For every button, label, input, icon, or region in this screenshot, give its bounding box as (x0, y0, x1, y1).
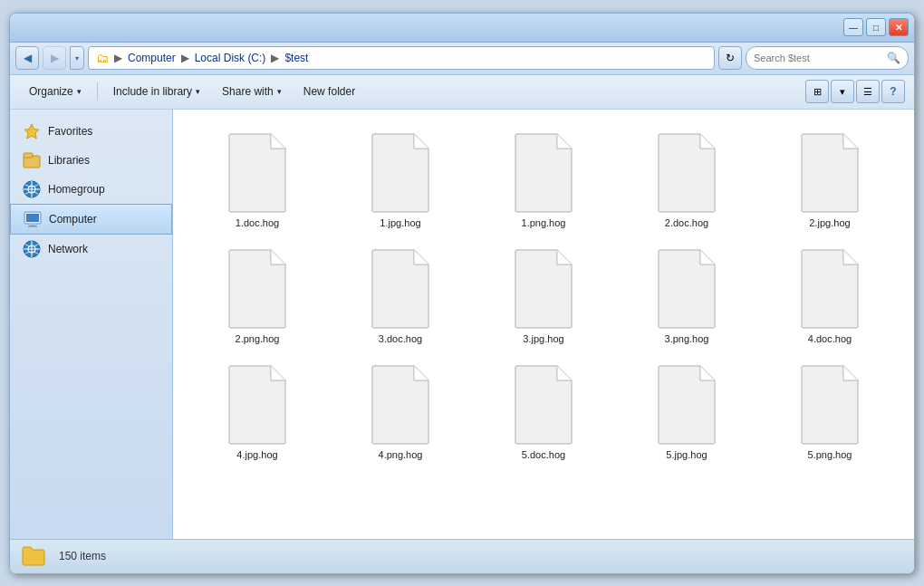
file-icon (367, 132, 435, 214)
file-grid: 1.doc.hog 1.jpg.hog 1.png.hog 2.doc.hog … (188, 124, 900, 468)
file-icon (796, 364, 864, 446)
file-name: 2.doc.hog (665, 217, 708, 228)
search-icon: 🔍 (887, 52, 900, 64)
file-icon (796, 132, 864, 214)
sidebar-item-label-computer: Computer (49, 213, 97, 226)
file-item[interactable]: 4.doc.hog (760, 240, 900, 352)
network-icon (23, 240, 41, 258)
toolbar-separator-1 (97, 82, 98, 101)
sidebar-item-libraries[interactable]: Libraries (10, 146, 172, 175)
file-name: 4.png.hog (379, 449, 423, 460)
file-icon (653, 248, 721, 330)
include-library-chevron: ▾ (196, 87, 200, 96)
file-item[interactable]: 5.png.hog (760, 356, 900, 468)
file-icon (224, 364, 292, 446)
file-name: 5.png.hog (808, 449, 852, 460)
file-item[interactable]: 2.doc.hog (617, 124, 756, 236)
view-buttons: ⊞ ▾ ☰ (805, 80, 880, 103)
file-name: 3.png.hog (665, 333, 709, 344)
svg-rect-10 (28, 226, 37, 227)
organize-button[interactable]: Organize ▾ (19, 79, 91, 104)
file-item[interactable]: 1.png.hog (474, 124, 613, 236)
sidebar-item-label-homegroup: Homegroup (48, 183, 105, 196)
status-folder-icon (21, 543, 46, 569)
toolbar: Organize ▾ Include in library ▾ Share wi… (10, 75, 914, 110)
file-item[interactable]: 4.png.hog (331, 356, 470, 468)
file-icon (224, 132, 292, 214)
file-icon (367, 364, 435, 446)
file-icon (796, 248, 864, 330)
sidebar-item-label-network: Network (48, 243, 88, 255)
view-dropdown-button[interactable]: ▾ (831, 80, 854, 103)
include-library-label: Include in library (113, 85, 192, 98)
new-folder-button[interactable]: New folder (294, 79, 365, 104)
file-item[interactable]: 3.jpg.hog (474, 240, 613, 352)
file-item[interactable]: 5.doc.hog (474, 356, 613, 468)
file-item[interactable]: 5.jpg.hog (617, 356, 756, 468)
explorer-window: — □ ✕ ◀ ▶ ▾ 🗂 ▶ Computer ▶ Local Disk (C… (9, 13, 915, 574)
file-item[interactable]: 2.png.hog (188, 240, 327, 352)
sidebar-item-homegroup[interactable]: Homegroup (10, 175, 172, 204)
path-folder-icon: 🗂 (96, 51, 109, 65)
sidebar-item-label-libraries: Libraries (48, 154, 90, 167)
maximize-button[interactable]: □ (866, 18, 886, 36)
path-computer[interactable]: Computer (128, 52, 176, 64)
organize-label: Organize (29, 85, 73, 98)
back-button[interactable]: ◀ (15, 46, 39, 70)
organize-chevron: ▾ (77, 87, 82, 96)
view-icon-button[interactable]: ⊞ (805, 80, 829, 103)
file-name: 5.doc.hog (522, 449, 565, 460)
window-controls: — □ ✕ (843, 18, 909, 36)
file-area: 1.doc.hog 1.jpg.hog 1.png.hog 2.doc.hog … (173, 110, 914, 539)
file-name: 2.png.hog (236, 333, 280, 344)
file-item[interactable]: 4.jpg.hog (188, 356, 327, 468)
share-with-button[interactable]: Share with ▾ (212, 79, 292, 104)
file-item[interactable]: 1.jpg.hog (331, 124, 470, 236)
file-item[interactable]: 3.png.hog (617, 240, 756, 352)
file-icon (653, 132, 721, 214)
homegroup-icon (23, 180, 41, 198)
status-item-count: 150 items (59, 550, 106, 562)
close-button[interactable]: ✕ (889, 18, 909, 36)
include-library-button[interactable]: Include in library ▾ (103, 79, 210, 104)
file-name: 1.doc.hog (236, 217, 279, 228)
file-name: 3.doc.hog (379, 333, 422, 344)
help-button[interactable]: ? (881, 80, 905, 103)
favorites-icon (23, 122, 41, 140)
sidebar-item-network[interactable]: Network (10, 235, 172, 264)
status-bar: 150 items (10, 539, 914, 573)
search-box[interactable]: 🔍 (746, 46, 909, 70)
address-path-bar[interactable]: 🗂 ▶ Computer ▶ Local Disk (C:) ▶ $test (88, 46, 715, 70)
file-name: 1.png.hog (522, 217, 566, 228)
file-icon (510, 248, 578, 330)
svg-rect-8 (26, 214, 39, 222)
share-with-chevron: ▾ (277, 87, 282, 96)
content-area: FavoritesLibrariesHomegroupComputerNetwo… (10, 110, 914, 539)
file-item[interactable]: 3.doc.hog (331, 240, 470, 352)
search-input[interactable] (754, 53, 883, 63)
svg-rect-9 (30, 224, 35, 226)
path-localdisk[interactable]: Local Disk (C:) (195, 52, 266, 64)
file-icon (224, 248, 292, 330)
libraries-icon (23, 151, 41, 169)
sidebar-item-label-favorites: Favorites (48, 125, 92, 138)
address-bar: ◀ ▶ ▾ 🗂 ▶ Computer ▶ Local Disk (C:) ▶ $… (10, 43, 914, 75)
file-item[interactable]: 2.jpg.hog (760, 124, 900, 236)
file-icon (510, 132, 578, 214)
minimize-button[interactable]: — (843, 18, 863, 36)
forward-button[interactable]: ▶ (43, 46, 66, 70)
sidebar-item-favorites[interactable]: Favorites (10, 117, 172, 146)
nav-dropdown-button[interactable]: ▾ (70, 46, 84, 70)
svg-marker-0 (24, 124, 39, 139)
file-name: 3.jpg.hog (523, 333, 563, 344)
file-icon (510, 364, 578, 446)
file-icon (367, 248, 435, 330)
refresh-button[interactable]: ↻ (718, 46, 742, 70)
title-bar: — □ ✕ (10, 14, 914, 43)
share-with-label: Share with (222, 85, 274, 98)
view-details-button[interactable]: ☰ (856, 80, 880, 103)
file-name: 2.jpg.hog (809, 217, 850, 228)
path-folder[interactable]: $test (284, 52, 308, 64)
file-item[interactable]: 1.doc.hog (188, 124, 327, 236)
sidebar-item-computer[interactable]: Computer (10, 204, 172, 235)
